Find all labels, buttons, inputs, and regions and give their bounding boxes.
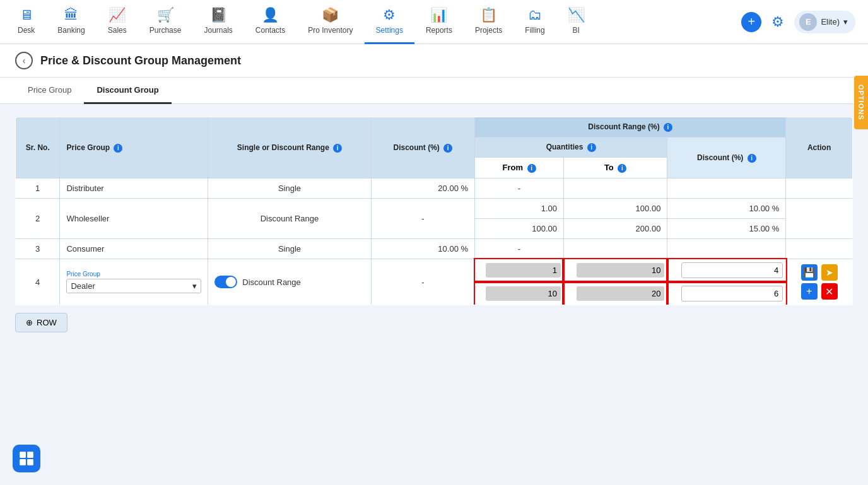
to-cell — [563, 239, 667, 259]
nav-right: + ⚙ E Elite) ▾ — [741, 11, 862, 33]
bi-icon: 📉 — [568, 7, 585, 23]
nav-item-contacts[interactable]: 👤 Contacts — [244, 0, 296, 44]
from-cell: - — [475, 239, 564, 259]
settings-icon: ⚙ — [383, 7, 396, 23]
range-discount-info-icon[interactable]: i — [748, 154, 756, 163]
delete-row-button[interactable]: ✕ — [821, 283, 838, 300]
from-input-1[interactable] — [486, 263, 561, 278]
tabs-bar: Price Group Discount Group — [0, 78, 868, 104]
tab-price-group[interactable]: Price Group — [15, 78, 84, 104]
range-discount-cell — [667, 178, 786, 199]
bottom-grid-icon[interactable] — [13, 445, 40, 472]
proinventory-icon: 📦 — [322, 7, 339, 23]
nav-item-bi[interactable]: 📉 BI — [556, 0, 596, 44]
th-srno: Sr. No. — [16, 117, 60, 178]
nav-label-purchase: Purchase — [150, 26, 182, 35]
table-row: 2 Wholeseller Discount Range - 1.00 100.… — [16, 199, 853, 219]
to-input-1[interactable] — [577, 263, 665, 278]
action-cell — [786, 199, 853, 239]
back-button[interactable]: ‹ — [15, 52, 33, 69]
purchase-icon: 🛒 — [157, 7, 174, 23]
add-range-button[interactable]: + — [801, 283, 818, 300]
add-row-button[interactable]: ⊕ ROW — [15, 313, 67, 332]
chevron-down-icon: ▾ — [843, 17, 848, 26]
from-input-cell-1 — [475, 259, 564, 283]
chevron-down-icon: ▾ — [192, 281, 197, 291]
discount-input-cell-2 — [667, 282, 786, 305]
discount-range-info-icon[interactable]: i — [664, 123, 672, 132]
table-row: 1 Distributer Single 20.00 % - — [16, 178, 853, 199]
user-badge[interactable]: E Elite) ▾ — [794, 11, 855, 33]
discount-range-label: Discount Range — [242, 278, 301, 287]
th-from: From i — [475, 158, 564, 178]
svg-rect-3 — [27, 459, 33, 465]
srno-cell: 1 — [16, 178, 60, 199]
nav-item-banking[interactable]: 🏛 Banking — [46, 0, 96, 44]
nav-item-proinventory[interactable]: 📦 Pro Inventory — [296, 0, 364, 44]
nav-item-reports[interactable]: 📊 Reports — [414, 0, 464, 44]
to-info-icon[interactable]: i — [618, 164, 626, 173]
from-cell: 1.00 — [475, 199, 564, 219]
srno-cell: 3 — [16, 239, 60, 259]
action-cell-editing: 💾 ➤ + ✕ — [786, 259, 853, 305]
to-cell: 200.00 — [563, 219, 667, 239]
toggle-cell: Discount Range — [208, 259, 371, 305]
table-row-editing: 4 Price Group Dealer ▾ — [16, 259, 853, 283]
discount-range-toggle[interactable] — [214, 276, 237, 288]
single-range-info-icon[interactable]: i — [333, 144, 342, 153]
discard-button[interactable]: ➤ — [821, 264, 838, 281]
add-delete-row: + ✕ — [801, 283, 838, 300]
filling-icon: 🗂 — [528, 7, 542, 23]
range-discount-cell: 15.00 % — [667, 219, 786, 239]
settings-gear-icon[interactable]: ⚙ — [771, 14, 784, 30]
price-group-select-label: Price Group — [66, 271, 201, 278]
nav-item-settings[interactable]: ⚙ Settings — [365, 0, 414, 44]
discount-input-2[interactable] — [681, 286, 783, 301]
nav-item-projects[interactable]: 📋 Projects — [464, 0, 513, 44]
th-range-discount: Discount (%) i — [667, 137, 786, 178]
contacts-icon: 👤 — [262, 7, 279, 23]
from-input-2[interactable] — [486, 286, 561, 301]
th-discount-pct: Discount (%) i — [371, 117, 474, 178]
price-group-select[interactable]: Dealer ▾ — [66, 279, 201, 293]
th-discount-range-group: Discount Range (%) i — [475, 117, 786, 137]
add-new-button[interactable]: + — [741, 12, 761, 32]
table-area: Sr. No. Price Group i Single or Discount… — [0, 104, 868, 345]
price-group-dropdown-cell: Price Group Dealer ▾ — [60, 259, 208, 305]
th-price-group: Price Group i — [60, 117, 208, 178]
from-info-icon[interactable]: i — [527, 164, 536, 173]
sales-icon: 📈 — [108, 7, 126, 23]
toggle-wrap: Discount Range — [214, 276, 364, 288]
nav-label-proinventory: Pro Inventory — [308, 26, 353, 35]
save-button[interactable]: 💾 — [801, 264, 818, 281]
nav-item-purchase[interactable]: 🛒 Purchase — [138, 0, 193, 44]
svg-rect-2 — [20, 459, 26, 465]
discount-cell: 20.00 % — [371, 178, 474, 199]
nav-item-filling[interactable]: 🗂 Filling — [513, 0, 556, 44]
discount-cell: 10.00 % — [371, 239, 474, 259]
price-group-info-icon[interactable]: i — [114, 144, 122, 153]
grid-icon-svg — [18, 450, 35, 467]
quantities-info-icon[interactable]: i — [587, 143, 596, 152]
from-input-cell-2 — [475, 282, 564, 305]
discount-input-1[interactable] — [681, 262, 783, 278]
nav-items: 🖥 Desk 🏛 Banking 📈 Sales 🛒 Purchase 📓 Jo… — [6, 0, 741, 44]
discount-pct-info-icon[interactable]: i — [443, 144, 452, 153]
nav-item-desk[interactable]: 🖥 Desk — [6, 0, 46, 44]
tab-discount-group[interactable]: Discount Group — [84, 78, 171, 104]
single-range-cell: Single — [208, 178, 371, 199]
discount-cell: - — [371, 199, 474, 239]
page-content: ‹ Price & Discount Group Management Pric… — [0, 44, 868, 485]
nav-item-journals[interactable]: 📓 Journals — [192, 0, 243, 44]
options-tab[interactable]: OPTIONS — [854, 76, 868, 129]
range-discount-cell — [667, 239, 786, 259]
nav-item-sales[interactable]: 📈 Sales — [97, 0, 138, 44]
to-input-2[interactable] — [577, 286, 665, 301]
add-row-icon: ⊕ — [26, 318, 33, 327]
save-discard-row: 💾 ➤ — [801, 264, 838, 281]
page-title: Price & Discount Group Management — [40, 54, 241, 67]
th-action: Action — [786, 117, 853, 178]
action-cell — [786, 239, 853, 259]
nav-label-banking: Banking — [57, 26, 85, 35]
projects-icon: 📋 — [480, 7, 497, 23]
